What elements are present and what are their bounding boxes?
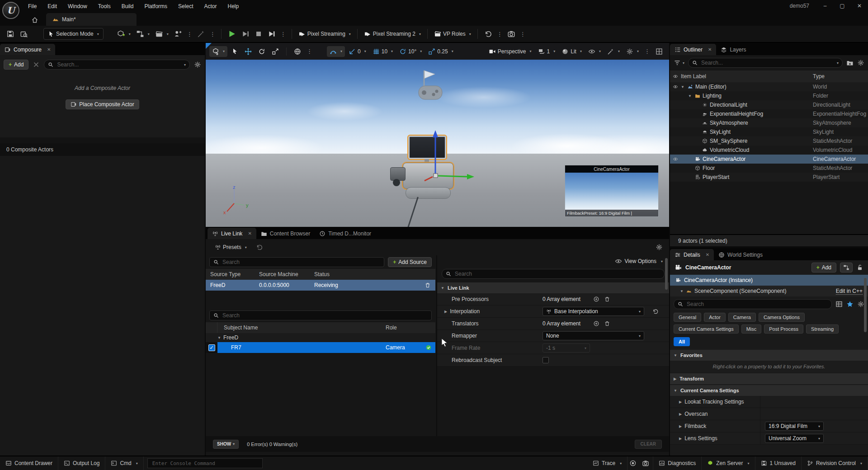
outliner-row-playerstart[interactable]: PlayerStartPlayerStart (670, 173, 868, 182)
transform-section[interactable]: ▶Transform (670, 373, 868, 384)
output-log-button[interactable]: Output Log (58, 456, 105, 470)
camera-preview-overlay[interactable]: CineCameraActor FilmbackPreset: 16:9 Dig… (565, 165, 659, 217)
selection-mode-dropdown[interactable]: Selection Mode ▾ (43, 28, 104, 40)
source-row-freed[interactable]: FreeD 0.0.0.0:5000 Receiving (206, 280, 435, 291)
trash-icon[interactable] (604, 296, 610, 302)
subject-search-input[interactable] (222, 312, 428, 319)
edit-in-cpp-link[interactable]: Edit in C++ (836, 288, 863, 295)
translate-tool-button[interactable] (242, 46, 255, 57)
filmback-dropdown[interactable]: 16:9 Digital Film▾ (765, 422, 824, 431)
filter-chip-streaming[interactable]: Streaming (806, 324, 839, 334)
lens-settings-dropdown[interactable]: Universal Zoom▾ (765, 434, 824, 443)
perspective-dropdown[interactable]: Perspective▾ (486, 46, 534, 57)
insights-button[interactable] (627, 456, 638, 470)
scale-snap-dropdown[interactable]: 0.25▾ (425, 46, 456, 57)
save-button[interactable] (4, 28, 17, 40)
add-actor-button[interactable]: ▾ (114, 28, 133, 40)
cinematics-button[interactable]: ▾ (152, 28, 171, 40)
chevron-down-icon[interactable]: ▾ (184, 63, 186, 67)
blueprints-button[interactable]: ▾ (133, 28, 152, 40)
col-source-machine[interactable]: Source Machine (259, 271, 314, 277)
recorder-options-icon[interactable]: ⋮ (495, 31, 505, 38)
viewport-settings-dropdown[interactable]: ▾ (623, 46, 642, 57)
tab-outliner[interactable]: Outliner ✕ (670, 44, 716, 55)
details-add-button[interactable]: +Add (811, 263, 836, 273)
presets-dropdown[interactable]: Presets▾ (212, 242, 250, 252)
filter-chip-general[interactable]: General (674, 313, 701, 322)
add-element-icon[interactable] (593, 296, 599, 302)
outliner-row-skyatmosphere[interactable]: SkyAtmosphereSkyAtmosphere (670, 118, 868, 127)
filter-chip-camera[interactable]: Camera (728, 313, 756, 322)
browse-content-button[interactable] (17, 28, 31, 40)
eject-button[interactable] (265, 28, 278, 40)
menu-build[interactable]: Build (116, 0, 139, 12)
actor-snap-dropdown[interactable]: 0▾ (346, 46, 369, 57)
col-status[interactable]: Status (314, 271, 435, 277)
close-tab-icon[interactable]: ✕ (248, 231, 251, 236)
gear-icon[interactable] (194, 61, 201, 68)
outliner-row-skylight[interactable]: SkyLightSkyLight (670, 127, 868, 136)
level-viewport[interactable]: ▾ ⋮ ▾ 0▾ 10▾ 10°▾ (206, 43, 669, 227)
unsaved-button[interactable]: 1 Unsaved (755, 456, 802, 470)
overscan-row[interactable]: ▶Overscan (670, 408, 868, 420)
outliner-row-sm-skysphere[interactable]: SM_SkySphereStaticMeshActor (670, 136, 868, 146)
viewport-scene[interactable]: CineCameraActor FilmbackPreset: 16:9 Dig… (206, 60, 669, 227)
view-options-label[interactable]: View Options (625, 258, 656, 264)
subject-search[interactable] (209, 310, 432, 320)
col-item-label[interactable]: Item Label (681, 73, 813, 80)
menu-help[interactable]: Help (222, 0, 244, 12)
rotation-snap-dropdown[interactable]: 10°▾ (396, 46, 425, 57)
quad-view-button[interactable] (653, 46, 665, 57)
visibility-column-icon[interactable] (673, 74, 678, 79)
outliner-row-volumetriccloud[interactable]: VolumetricCloudVolumetricCloud (670, 146, 868, 155)
gear-icon[interactable] (656, 244, 663, 251)
viewport-overflow-icon[interactable]: ⋮ (642, 48, 652, 55)
surface-snap-dropdown[interactable]: ▾ (327, 46, 345, 57)
display-options-icon[interactable] (835, 301, 843, 308)
tab-composure[interactable]: Composure ✕ (0, 44, 55, 55)
livelink-section-header[interactable]: ▼Live Link (437, 282, 669, 293)
rebroadcast-checkbox[interactable] (542, 357, 549, 363)
editor-modes-button[interactable] (171, 28, 185, 40)
component-instance-row[interactable]: CineCameraActor (Instance) (670, 275, 868, 286)
stop-button[interactable] (252, 28, 265, 39)
current-camera-settings-section[interactable]: ▼Current Camera Settings (670, 385, 868, 396)
outliner-row-exponentialheightfog[interactable]: ExponentialHeightFogExponentialHeightFog (670, 109, 868, 118)
frame-skip-button[interactable] (239, 28, 252, 40)
filter-chip-camera-options[interactable]: Camera Options (759, 313, 805, 322)
home-button[interactable] (28, 14, 42, 26)
menu-actor[interactable]: Actor (198, 0, 222, 12)
lookat-tracking-row[interactable]: ▶Lookat Tracking Settings (670, 396, 868, 408)
revision-control-dropdown[interactable]: Revision Control▾ (802, 456, 868, 470)
favorites-section[interactable]: ▼Favorites (670, 350, 868, 361)
close-tab-icon[interactable]: ✕ (47, 47, 51, 52)
show-filter-dropdown[interactable]: SHOW▾ (213, 440, 239, 449)
gear-icon[interactable] (857, 301, 864, 308)
view-mode-dropdown[interactable]: Lit▾ (559, 46, 585, 57)
transform-gizmo[interactable] (387, 114, 486, 195)
col-subject-name[interactable]: Subject Name (217, 324, 386, 331)
viewport-mode-dropdown[interactable]: ▾ (209, 46, 227, 57)
close-tab-icon[interactable]: ✕ (708, 47, 712, 52)
play-options-icon[interactable]: ⋮ (278, 31, 288, 38)
menu-tools[interactable]: Tools (93, 0, 116, 12)
menu-file[interactable]: File (23, 0, 42, 12)
livelink-detail-search-input[interactable] (454, 270, 660, 277)
zen-server-dropdown[interactable]: Zen Server▾ (702, 456, 755, 470)
lock-icon[interactable] (856, 264, 863, 271)
clear-button[interactable]: CLEAR (635, 440, 662, 449)
col-source-type[interactable]: Source Type (206, 271, 259, 277)
revert-icon[interactable] (256, 244, 263, 251)
maximize-button[interactable]: ▢ (834, 0, 851, 12)
screen-percentage-dropdown[interactable]: 1▾ (535, 46, 558, 57)
outliner-row-main-editor-[interactable]: ▼Main (Editor)World (670, 82, 868, 91)
interpolation-dropdown[interactable]: Base Interpolation▾ (542, 307, 644, 316)
col-role[interactable]: Role (386, 324, 435, 331)
unreal-logo-icon[interactable]: U (2, 2, 19, 19)
menu-platforms[interactable]: Platforms (139, 0, 173, 12)
menu-select[interactable]: Select (173, 0, 198, 12)
tab-world-settings[interactable]: World Settings (714, 249, 767, 260)
cmd-dropdown[interactable]: Cmd▾ (105, 456, 143, 470)
show-flags-dropdown[interactable]: ▾ (585, 46, 604, 57)
capture-options-icon[interactable]: ⋮ (518, 31, 528, 38)
